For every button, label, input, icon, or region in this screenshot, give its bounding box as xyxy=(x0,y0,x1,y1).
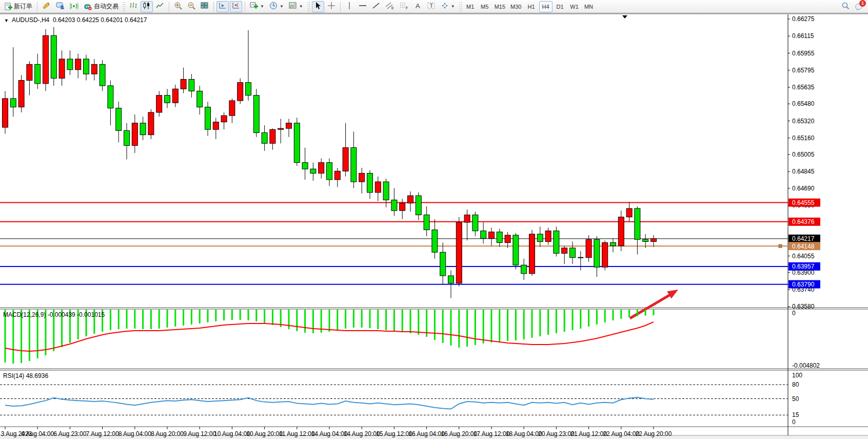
zoom-out-icon xyxy=(187,2,195,11)
main-toolbar: 新订单 自动交易 xyxy=(0,0,868,13)
svg-text:0.63790: 0.63790 xyxy=(792,281,815,288)
notification-count-badge: 1 xyxy=(859,0,866,7)
toolbar-separator xyxy=(169,2,169,12)
svg-text:-0.004802: -0.004802 xyxy=(792,362,820,369)
chevron-down-icon: ▼ xyxy=(260,4,264,9)
chart-shift-button[interactable] xyxy=(230,1,242,12)
svg-text:14 Aug 20:00: 14 Aug 20:00 xyxy=(344,430,380,437)
autotrading-button[interactable]: 自动交易 xyxy=(82,1,121,12)
arrows-dropdown[interactable]: ▼ xyxy=(439,1,457,12)
zoom-in-button[interactable] xyxy=(172,1,184,12)
timeframe-m15-button[interactable]: M15 xyxy=(492,1,507,12)
svg-text:16 Aug 20:00: 16 Aug 20:00 xyxy=(441,430,477,437)
auto-scroll-button[interactable] xyxy=(216,1,229,12)
svg-text:100: 100 xyxy=(792,372,802,379)
svg-text:4 Aug 04:00: 4 Aug 04:00 xyxy=(21,430,54,437)
chevron-down-icon: ▼ xyxy=(299,4,303,9)
svg-text:0.65005: 0.65005 xyxy=(792,151,815,158)
svg-text:T: T xyxy=(429,3,433,9)
cursor-icon xyxy=(314,2,322,11)
auto-scroll-icon xyxy=(219,2,227,11)
svg-text:0: 0 xyxy=(792,310,796,317)
svg-text:0.64217: 0.64217 xyxy=(792,235,815,242)
toolbar-drag-handle[interactable] xyxy=(307,2,310,12)
timeframe-d1-button[interactable]: D1 xyxy=(554,1,567,12)
chart-canvas[interactable]: 0.662750.661150.659550.657950.656350.654… xyxy=(0,13,868,439)
timeframe-m30-button[interactable]: M30 xyxy=(508,1,523,12)
trendline-tool[interactable] xyxy=(370,1,382,12)
clock-icon xyxy=(269,2,278,11)
fibonacci-tool[interactable]: F xyxy=(398,1,411,12)
search-button[interactable] xyxy=(839,1,852,12)
text-icon: A xyxy=(415,2,422,11)
news-signal-button[interactable] xyxy=(68,1,81,12)
new-chart-dropdown[interactable]: ▼ xyxy=(248,1,266,12)
toolbar-drag-handle[interactable] xyxy=(123,2,125,12)
bar-chart-icon xyxy=(129,2,137,11)
horizontal-line-icon xyxy=(359,2,367,11)
crosshair-tool-button[interactable] xyxy=(325,1,338,12)
svg-text:15 Aug 12:00: 15 Aug 12:00 xyxy=(376,430,412,437)
new-order-label: 新订单 xyxy=(14,2,32,11)
arrows-icon xyxy=(441,2,449,11)
svg-text:0.64055: 0.64055 xyxy=(792,253,815,260)
zoom-out-button[interactable] xyxy=(185,1,198,12)
svg-text:0.64376: 0.64376 xyxy=(792,218,815,225)
svg-text:0.66115: 0.66115 xyxy=(792,32,814,40)
svg-text:15: 15 xyxy=(792,411,799,418)
period-dropdown[interactable]: ▼ xyxy=(267,1,286,12)
timeframe-h1-button[interactable]: H1 xyxy=(525,1,538,12)
toolbar-drag-handle[interactable] xyxy=(459,2,462,12)
chart-title: ▼AUDUSD-,H4 0.64203 0.64225 0.64201 0.64… xyxy=(4,16,147,24)
signal-icon xyxy=(70,2,78,11)
svg-text:0.64148: 0.64148 xyxy=(792,243,815,250)
svg-text:0.65320: 0.65320 xyxy=(792,118,815,125)
svg-text:0.65480: 0.65480 xyxy=(792,100,815,107)
indicators-dropdown[interactable]: ▼ xyxy=(287,1,305,12)
chevron-down-icon: ▼ xyxy=(451,4,455,9)
chevron-down-icon: ▼ xyxy=(280,4,284,9)
svg-text:0.66275: 0.66275 xyxy=(792,15,815,23)
macd-main-value: -0.000439 xyxy=(48,311,75,318)
svg-text:20 Aug 23:00: 20 Aug 23:00 xyxy=(538,430,575,437)
candlestick-chart-button[interactable] xyxy=(141,1,153,12)
svg-text:10 Aug 20:00: 10 Aug 20:00 xyxy=(246,430,283,437)
chart-window: 0.662750.661150.659550.657950.656350.654… xyxy=(0,13,868,439)
bar-chart-button[interactable] xyxy=(127,1,140,12)
rsi-value: 48.6936 xyxy=(26,372,48,379)
svg-text:6 Aug 23:00: 6 Aug 23:00 xyxy=(53,430,86,437)
community-button[interactable] xyxy=(54,1,67,12)
svg-text:0: 0 xyxy=(792,418,796,426)
svg-text:22 Aug 04:00: 22 Aug 04:00 xyxy=(603,430,639,437)
new-order-button[interactable]: 新订单 xyxy=(2,1,34,12)
notifications-button[interactable]: 1 xyxy=(853,1,866,12)
vertical-line-tool[interactable] xyxy=(343,1,356,12)
line-chart-button[interactable] xyxy=(154,1,166,12)
timeframe-w1-button[interactable]: W1 xyxy=(568,1,581,12)
text-label-tool[interactable]: T xyxy=(425,1,438,12)
person-window-icon xyxy=(56,2,65,11)
trendline-icon xyxy=(372,2,380,11)
tile-windows-button[interactable] xyxy=(199,1,211,12)
svg-text:0.63957: 0.63957 xyxy=(792,263,815,270)
svg-text:0.65160: 0.65160 xyxy=(792,135,815,142)
timeframe-mn-button[interactable]: MN xyxy=(582,1,596,12)
svg-text:8 Aug 20:00: 8 Aug 20:00 xyxy=(151,430,184,437)
svg-text:0.64845: 0.64845 xyxy=(792,168,815,175)
svg-text:16 Aug 04:00: 16 Aug 04:00 xyxy=(408,430,445,437)
symbol-dropdown-icon[interactable]: ▼ xyxy=(4,18,9,23)
timeframe-m5-button[interactable]: M5 xyxy=(478,1,491,12)
chart-symbol-period: AUDUSD-,H4 xyxy=(12,16,49,24)
price-tag: 0.63790 xyxy=(788,280,820,289)
text-tool[interactable]: A xyxy=(412,1,424,12)
macd-signal-value: -0.001015 xyxy=(77,311,105,318)
timeframe-m1-button[interactable]: M1 xyxy=(464,1,477,12)
svg-text:A: A xyxy=(416,2,420,10)
cursor-tool-button[interactable] xyxy=(312,1,324,12)
horizontal-line-tool[interactable] xyxy=(357,1,369,12)
timeframe-h4-button[interactable]: H4 xyxy=(539,1,553,12)
line-chart-icon xyxy=(156,2,164,11)
sound-alert-button[interactable] xyxy=(40,1,53,12)
autotrading-label: 自动交易 xyxy=(94,2,119,11)
equidistant-channel-tool[interactable]: E xyxy=(383,1,397,12)
